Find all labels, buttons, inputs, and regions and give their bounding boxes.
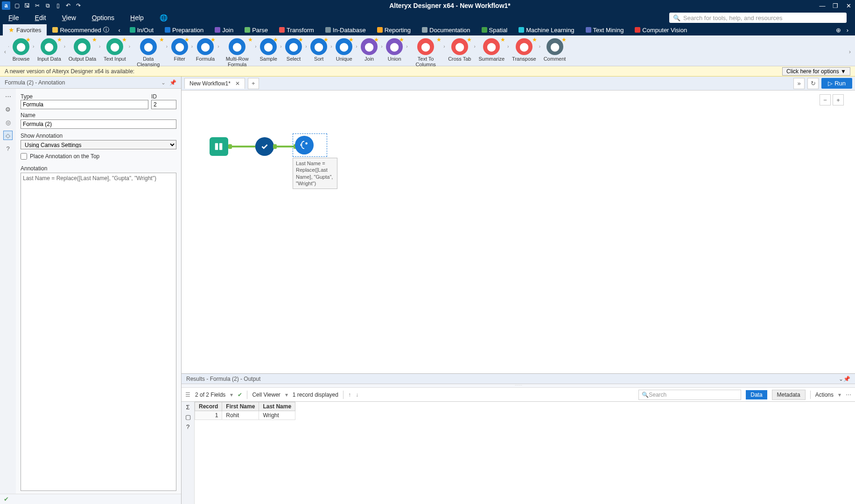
results-menu-icon[interactable]: ☰ xyxy=(185,392,190,398)
paste-icon[interactable]: ▯ xyxy=(54,2,62,9)
column-header[interactable]: Record xyxy=(195,402,222,411)
ribbon-tab-recommended[interactable]: Recommended ⓘ xyxy=(47,24,114,35)
config-tab-target-icon[interactable]: ◎ xyxy=(3,118,13,127)
ribbon-tab-machine-learning[interactable]: Machine Learning xyxy=(513,24,580,35)
results-tab-help-icon[interactable]: ? xyxy=(186,423,189,430)
notification-options-button[interactable]: Click here for options ▼ xyxy=(782,67,850,76)
workflow-tab-close[interactable]: ✕ xyxy=(235,80,240,87)
menu-options[interactable]: Options xyxy=(92,14,114,21)
tool-text-to-columns[interactable]: ›★⬤Text To Columns xyxy=(407,37,444,67)
ribbon-tab-reporting[interactable]: Reporting xyxy=(371,24,416,35)
zoom-out-button[interactable]: − xyxy=(820,94,831,105)
tool-select[interactable]: ›★⬤Select xyxy=(281,37,306,67)
sort-desc-icon[interactable]: ↓ xyxy=(356,392,358,398)
ribbon-tab-favorites[interactable]: ★Favorites xyxy=(3,24,47,35)
menu-help[interactable]: Help xyxy=(130,14,144,21)
tool-sample[interactable]: ›★⬤Sample xyxy=(256,37,281,67)
new-icon[interactable]: ▢ xyxy=(13,2,21,9)
schedule-icon[interactable]: ↻ xyxy=(807,78,819,89)
menu-file[interactable]: File xyxy=(8,14,19,21)
cell-viewer-label[interactable]: Cell Viewer xyxy=(252,392,280,398)
tool-data-cleansing[interactable]: ›★⬤Data Cleansing xyxy=(130,37,167,67)
tool-summarize[interactable]: ›★⬤Summarize xyxy=(475,37,508,67)
zoom-in-button[interactable]: + xyxy=(833,94,844,105)
ribbon-add[interactable]: ⊕ xyxy=(834,27,843,34)
tool-sort[interactable]: ›★⬤Sort xyxy=(306,37,331,67)
fields-dropdown-icon[interactable]: ▾ xyxy=(230,392,233,398)
results-tab-sigma-icon[interactable]: Σ xyxy=(186,404,189,411)
column-header[interactable]: First Name xyxy=(222,402,259,411)
config-tab-wrench-icon[interactable]: ⋯ xyxy=(3,91,13,101)
annotation-textarea[interactable]: Last Name = Replace([Last Name], "Gupta"… xyxy=(21,173,176,491)
tool-filter[interactable]: ›★⬤Filter xyxy=(167,37,192,67)
menu-view[interactable]: View xyxy=(62,14,76,21)
cut-icon[interactable]: ✂ xyxy=(34,2,41,9)
tool-input-data[interactable]: ›★⬤Input Data xyxy=(34,37,65,67)
actions-button[interactable]: Actions xyxy=(815,392,834,398)
name-field[interactable] xyxy=(21,119,176,129)
menu-edit[interactable]: Edit xyxy=(35,14,46,21)
results-search[interactable]: 🔍 Search xyxy=(638,390,741,400)
node-text-input[interactable] xyxy=(210,137,228,156)
place-top-checkbox[interactable]: Place Annotation on the Top xyxy=(21,153,176,160)
results-grid[interactable]: RecordFirst NameLast Name 1RohitWright xyxy=(195,402,855,504)
tool-join[interactable]: ›★⬤Join xyxy=(357,37,382,67)
node-select[interactable] xyxy=(255,137,274,156)
add-tab-button[interactable]: + xyxy=(248,78,259,89)
results-collapse-icon[interactable]: ⌄ xyxy=(839,376,843,382)
cellviewer-dropdown-icon[interactable]: ▾ xyxy=(285,392,288,398)
global-search[interactable]: 🔍 Search for tools, help, and resources xyxy=(669,13,847,23)
config-tab-gear-icon[interactable]: ⚙ xyxy=(3,105,13,114)
palette-prev[interactable]: ‹ xyxy=(2,37,8,65)
config-tab-annotation-icon[interactable]: ◇ xyxy=(3,131,13,140)
pin-icon[interactable]: 📌 xyxy=(169,79,176,86)
overflow-icon[interactable]: » xyxy=(793,78,805,89)
ribbon-tab-spatial[interactable]: Spatial xyxy=(476,24,513,35)
column-header[interactable]: Last Name xyxy=(259,402,295,411)
run-button[interactable]: ▷ Run xyxy=(821,78,852,89)
more-icon[interactable]: ⋯ xyxy=(846,392,851,398)
actions-dropdown-icon[interactable]: ▾ xyxy=(838,392,841,398)
ribbon-tab-preparation[interactable]: Preparation xyxy=(159,24,209,35)
tool-browse[interactable]: ›★⬤Browse xyxy=(8,37,34,67)
tool-union[interactable]: ›★⬤Union xyxy=(382,37,407,67)
results-tab-data-icon[interactable]: ▢ xyxy=(185,413,191,420)
palette-next[interactable]: › xyxy=(847,37,853,65)
ribbon-next[interactable]: › xyxy=(843,27,852,34)
copy-icon[interactable]: ⧉ xyxy=(44,2,51,9)
redo-icon[interactable]: ↷ xyxy=(75,2,82,9)
collapse-icon[interactable]: ⌄ xyxy=(161,79,166,86)
ribbon-tab-transform[interactable]: Transform xyxy=(273,24,320,35)
place-top-input[interactable] xyxy=(21,153,27,160)
ribbon-tab-in-out[interactable]: In/Out xyxy=(124,24,159,35)
tool-transpose[interactable]: ›★⬤Transpose xyxy=(508,37,540,67)
menu-globe-icon[interactable]: 🌐 xyxy=(160,14,168,21)
data-tab-button[interactable]: Data xyxy=(746,390,767,399)
workflow-canvas[interactable]: − + Last Nam xyxy=(182,91,855,373)
results-resize-handle[interactable]: ⋯⋯ xyxy=(182,384,855,388)
config-tab-help-icon[interactable]: ? xyxy=(3,144,13,153)
minimize-button[interactable]: — xyxy=(818,1,827,10)
ribbon-tab-documentation[interactable]: Documentation xyxy=(416,24,476,35)
ribbon-tab-computer-vision[interactable]: Computer Vision xyxy=(629,24,693,35)
table-row[interactable]: 1RohitWright xyxy=(195,411,295,420)
node-formula-selected[interactable] xyxy=(293,133,327,157)
metadata-tab-button[interactable]: Metadata xyxy=(772,390,806,400)
ribbon-tab-text-mining[interactable]: Text Mining xyxy=(580,24,630,35)
tool-text-input[interactable]: ›★⬤Text Input xyxy=(100,37,130,67)
tool-comment[interactable]: ›★⬤Comment xyxy=(540,37,570,67)
maximize-button[interactable]: ❐ xyxy=(831,1,840,10)
close-button[interactable]: ✕ xyxy=(844,1,853,10)
results-pin-icon[interactable]: 📌 xyxy=(843,376,850,382)
ribbon-prev[interactable]: ‹ xyxy=(115,27,124,34)
ribbon-tab-parse[interactable]: Parse xyxy=(239,24,273,35)
save-icon[interactable]: 🖫 xyxy=(23,2,31,9)
ribbon-tab-join[interactable]: Join xyxy=(209,24,239,35)
tool-cross-tab[interactable]: ›★⬤Cross Tab xyxy=(444,37,475,67)
tool-multi-row-formula[interactable]: ›★⬤Multi-Row Formula xyxy=(218,37,256,67)
workflow-tab[interactable]: New Workflow1* ✕ xyxy=(184,78,245,89)
tool-output-data[interactable]: ›★⬤Output Data xyxy=(65,37,100,67)
tool-formula[interactable]: ›★⬤Formula xyxy=(192,37,218,67)
show-annotation-select[interactable]: Using Canvas Settings xyxy=(21,140,176,149)
ribbon-tab-in-database[interactable]: In-Database xyxy=(320,24,371,35)
